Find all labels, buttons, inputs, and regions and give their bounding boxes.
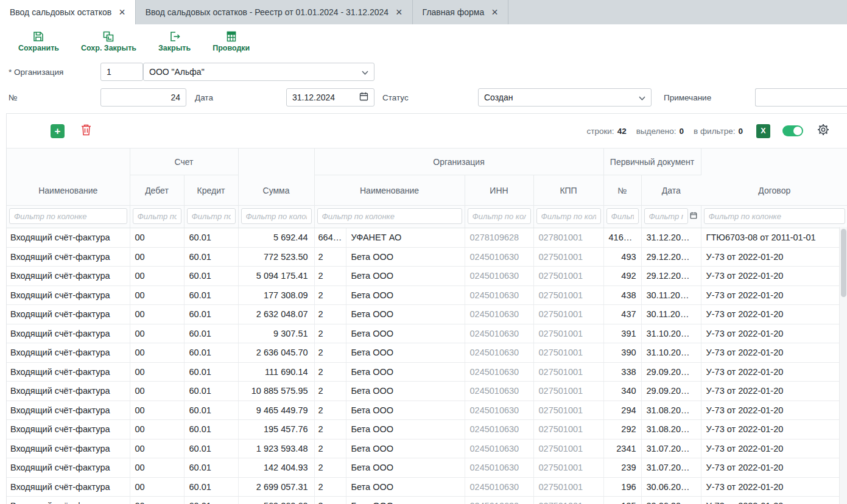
cell-doc-number[interactable]: 2341: [603, 439, 641, 458]
cell-org-name[interactable]: Бета ООО: [346, 382, 465, 401]
cell-doc-date[interactable]: 29.09.20…: [641, 382, 701, 401]
tab-balance-entry[interactable]: Ввод сальдовых остатков ×: [0, 0, 136, 24]
table-row[interactable]: Входящий счёт-фактура 00 60.01 111 690.1…: [7, 362, 847, 382]
cell-org-code[interactable]: 2: [314, 420, 346, 439]
column-header-name[interactable]: Наименование: [7, 149, 130, 206]
cell-sum[interactable]: 5 094 175.41: [238, 267, 314, 286]
cell-contract[interactable]: У-73 от 2022-01-20: [701, 477, 847, 497]
cell-doc-number[interactable]: 493: [603, 247, 641, 267]
cell-inn[interactable]: 0245010630: [465, 305, 533, 324]
cell-sum[interactable]: 9 307.51: [238, 324, 314, 343]
filter-name-input[interactable]: [9, 208, 127, 224]
table-row[interactable]: Входящий счёт-фактура 00 60.01 569 260.6…: [7, 497, 847, 504]
cell-org-name[interactable]: Бета ООО: [346, 439, 465, 458]
table-row[interactable]: Входящий счёт-фактура 00 60.01 2 632 048…: [7, 305, 847, 324]
cell-doc-date[interactable]: 31.10.20…: [641, 343, 701, 363]
cell-inn[interactable]: 0245010630: [465, 362, 533, 382]
cell-doc-number[interactable]: 390: [603, 343, 641, 363]
cell-debit[interactable]: 00: [130, 497, 184, 504]
cell-sum[interactable]: 9 465 449.79: [238, 401, 314, 420]
cell-org-name[interactable]: УФАНЕТ АО: [346, 228, 465, 248]
cell-org-name[interactable]: Бета ООО: [346, 477, 465, 497]
tab-close-icon[interactable]: ×: [396, 7, 402, 18]
cell-sum[interactable]: 2 699 057.31: [238, 477, 314, 497]
cell-sum[interactable]: 10 885 575.95: [238, 382, 314, 401]
cell-sum[interactable]: 569 260.60: [238, 497, 314, 504]
cell-contract[interactable]: У-73 от 2022-01-20: [701, 401, 847, 420]
cell-doc-date[interactable]: 31.10.20…: [641, 324, 701, 343]
save-close-button[interactable]: Сохр. Закрыть: [81, 30, 136, 52]
cell-doc-number[interactable]: 239: [603, 458, 641, 478]
cell-org-name[interactable]: Бета ООО: [346, 247, 465, 267]
cell-kpp[interactable]: 027501001: [533, 497, 603, 504]
cell-doc-type[interactable]: Входящий счёт-фактура: [7, 497, 130, 504]
cell-inn[interactable]: 0245010630: [465, 439, 533, 458]
cell-debit[interactable]: 00: [130, 267, 184, 286]
cell-debit[interactable]: 00: [130, 285, 184, 305]
cell-kpp[interactable]: 027501001: [533, 382, 603, 401]
cell-doc-number[interactable]: 196: [603, 477, 641, 497]
cell-org-name[interactable]: Бета ООО: [346, 362, 465, 382]
cell-debit[interactable]: 00: [130, 477, 184, 497]
table-row[interactable]: Входящий счёт-фактура 00 60.01 9 465 449…: [7, 401, 847, 420]
cell-debit[interactable]: 00: [130, 305, 184, 324]
cell-credit[interactable]: 60.01: [184, 458, 238, 478]
cell-doc-number[interactable]: 292: [603, 420, 641, 439]
filter-kpp-input[interactable]: [536, 208, 601, 224]
column-header-org-name[interactable]: Наименование: [314, 175, 465, 206]
cell-org-name[interactable]: Бета ООО: [346, 420, 465, 439]
cell-kpp[interactable]: 027801001: [533, 228, 603, 248]
filter-sum-input[interactable]: [241, 208, 312, 224]
cell-contract[interactable]: У-73 от 2022-01-20: [701, 458, 847, 478]
cell-sum[interactable]: 111 690.14: [238, 362, 314, 382]
cell-org-name[interactable]: Бета ООО: [346, 497, 465, 504]
cell-inn[interactable]: 0245010630: [465, 477, 533, 497]
cell-debit[interactable]: 00: [130, 382, 184, 401]
cell-contract[interactable]: У-73 от 2022-01-20: [701, 420, 847, 439]
table-row[interactable]: Входящий счёт-фактура 00 60.01 2 699 057…: [7, 477, 847, 497]
table-row[interactable]: Входящий счёт-фактура 00 60.01 5 692.44 …: [7, 228, 847, 248]
filter-toggle[interactable]: [782, 125, 803, 136]
cell-doc-number[interactable]: 195: [603, 497, 641, 504]
table-row[interactable]: Входящий счёт-фактура 00 60.01 177 308.0…: [7, 285, 847, 305]
cell-doc-date[interactable]: 30.11.20…: [641, 285, 701, 305]
cell-kpp[interactable]: 027501001: [533, 420, 603, 439]
number-input[interactable]: [107, 93, 180, 102]
cell-doc-type[interactable]: Входящий счёт-фактура: [7, 382, 130, 401]
cell-credit[interactable]: 60.01: [184, 324, 238, 343]
cell-kpp[interactable]: 027501001: [533, 401, 603, 420]
settings-button[interactable]: [817, 123, 830, 139]
cell-doc-number[interactable]: 338: [603, 362, 641, 382]
cell-kpp[interactable]: 027501001: [533, 285, 603, 305]
cell-debit[interactable]: 00: [130, 343, 184, 363]
cell-inn[interactable]: 0245010630: [465, 458, 533, 478]
cell-sum[interactable]: 1 923 593.48: [238, 439, 314, 458]
cell-org-code[interactable]: 2: [314, 477, 346, 497]
cell-doc-date[interactable]: 31.08.20…: [641, 420, 701, 439]
cell-debit[interactable]: 00: [130, 458, 184, 478]
cell-org-code[interactable]: 2: [314, 458, 346, 478]
filter-org-name-input[interactable]: [317, 208, 462, 224]
cell-doc-type[interactable]: Входящий счёт-фактура: [7, 305, 130, 324]
cell-doc-number[interactable]: 437: [603, 305, 641, 324]
column-header-doc-date[interactable]: Дата: [641, 175, 701, 206]
cell-sum[interactable]: 177 308.09: [238, 285, 314, 305]
cell-doc-type[interactable]: Входящий счёт-фактура: [7, 477, 130, 497]
tab-balance-register[interactable]: Ввод сальдовых остатков - Реестр от 01.0…: [136, 0, 413, 24]
cell-org-code[interactable]: 2: [314, 401, 346, 420]
cell-kpp[interactable]: 027501001: [533, 267, 603, 286]
filter-doc-number-input[interactable]: [606, 208, 639, 224]
cell-contract[interactable]: ГТЮ6703-08 от 2011-01-01: [701, 228, 847, 248]
cell-sum[interactable]: 772 523.50: [238, 247, 314, 267]
cell-org-name[interactable]: Бета ООО: [346, 305, 465, 324]
table-row[interactable]: Входящий счёт-фактура 00 60.01 10 885 57…: [7, 382, 847, 401]
cell-org-code[interactable]: 2: [314, 497, 346, 504]
cell-credit[interactable]: 60.01: [184, 305, 238, 324]
tab-close-icon[interactable]: ×: [119, 7, 125, 18]
table-row[interactable]: Входящий счёт-фактура 00 60.01 2 636 045…: [7, 343, 847, 363]
table-row[interactable]: Входящий счёт-фактура 00 60.01 1 923 593…: [7, 439, 847, 458]
cell-org-name[interactable]: Бета ООО: [346, 324, 465, 343]
cell-sum[interactable]: 142 404.93: [238, 458, 314, 478]
cell-debit[interactable]: 00: [130, 362, 184, 382]
date-input[interactable]: [292, 93, 359, 102]
